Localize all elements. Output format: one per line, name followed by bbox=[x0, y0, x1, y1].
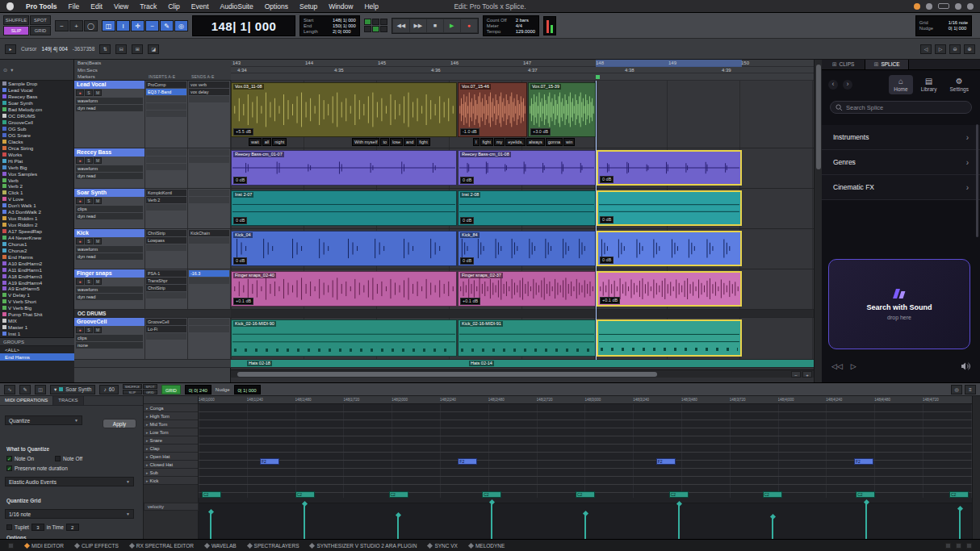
lyric-chip[interactable]: lose bbox=[390, 138, 403, 146]
automation-mode-selector[interactable]: none bbox=[76, 342, 143, 349]
lane-lead-vocal[interactable]: Vox.03_11-08 +5.5 dB Vox.07_15-46 -1.0 d… bbox=[231, 81, 814, 148]
expand-icon[interactable]: ▸ bbox=[146, 462, 149, 467]
lyric-chip[interactable]: I bbox=[473, 138, 480, 146]
minsec-ruler[interactable]: 4:344:354:364:374:384:39 bbox=[231, 67, 814, 74]
midi-track-selector[interactable]: ▾ Soar Synth bbox=[50, 385, 95, 394]
drum-lane-label[interactable]: ▸ Open Hat bbox=[144, 453, 198, 461]
hscroll-thumb[interactable] bbox=[237, 372, 657, 377]
link-track-icon[interactable]: ⊟ bbox=[115, 44, 127, 54]
track-header-hats[interactable] bbox=[74, 360, 231, 368]
lane-hats[interactable]: Hats 02-18 Hats 02-14 bbox=[231, 360, 814, 368]
track-header-soar-synth[interactable]: Soar Synth ● S M clips dyn read KompktKo… bbox=[74, 189, 231, 229]
groups-header[interactable]: GROUPS bbox=[0, 338, 74, 346]
insert-slot[interactable]: ChnlStrip bbox=[146, 285, 186, 291]
hzoom-out-icon[interactable]: − bbox=[791, 371, 801, 378]
midi-note[interactable]: C2 bbox=[295, 491, 315, 498]
siri-icon[interactable] bbox=[967, 3, 974, 10]
midi-note[interactable]: F2 bbox=[458, 458, 477, 465]
bars-ruler[interactable]: 143144145146147148149150 bbox=[231, 60, 814, 67]
marker-icon[interactable] bbox=[596, 75, 600, 79]
apple-menu-icon[interactable] bbox=[6, 2, 14, 10]
transport-button[interactable]: ■ bbox=[427, 19, 443, 32]
drum-lane-label[interactable]: ▸ Sub bbox=[144, 469, 198, 477]
midi-indicator-icon[interactable] bbox=[372, 26, 379, 32]
lyric-chip[interactable]: gonna bbox=[546, 138, 563, 146]
track-view-selector[interactable]: waveform bbox=[76, 246, 143, 253]
lyric-chip[interactable]: eyelids, bbox=[505, 138, 526, 146]
forward-icon[interactable]: › bbox=[843, 80, 852, 90]
mute-button[interactable]: M bbox=[94, 90, 102, 96]
midi-menu-icon[interactable]: ≡ bbox=[965, 385, 976, 394]
lyric-chip[interactable]: fight bbox=[480, 138, 493, 146]
session-value[interactable]: 2 bars bbox=[516, 18, 529, 23]
clip-gain-badge[interactable]: 0 dB bbox=[600, 176, 614, 183]
expand-icon[interactable]: ▸ bbox=[146, 430, 149, 435]
transport-button[interactable]: ▶ bbox=[444, 19, 460, 32]
edit-tool-icon[interactable]: ◎ bbox=[174, 20, 188, 31]
audio-clip[interactable]: Inst 2-07 0 dB bbox=[231, 190, 457, 226]
midi-note[interactable]: C2 bbox=[202, 491, 221, 498]
track-list-item[interactable]: Click 1 bbox=[0, 190, 73, 196]
track-list-item[interactable]: Orca String bbox=[0, 144, 73, 151]
ruler-row-label[interactable]: Bars|Beats bbox=[74, 60, 231, 67]
drum-lane-label[interactable]: ▸ Kick bbox=[144, 477, 198, 485]
midi-panel-tab[interactable]: MIDI OPERATIONS bbox=[0, 396, 53, 405]
expand-icon[interactable]: ▸ bbox=[146, 454, 149, 459]
insert-slot[interactable]: KompktKontl bbox=[146, 190, 186, 196]
track-header-groovecell[interactable]: GrooveCell ● S M clips none GrooveCell L… bbox=[74, 318, 231, 360]
midi-note[interactable]: F2 bbox=[854, 458, 873, 465]
send-slot[interactable] bbox=[189, 319, 229, 325]
mute-button[interactable]: M bbox=[94, 278, 102, 285]
zoom-out-icon[interactable]: − bbox=[55, 20, 69, 31]
track-list-item[interactable]: V Love bbox=[0, 196, 73, 202]
lyric-chip[interactable]: win bbox=[563, 138, 575, 146]
quantize-grid-selector[interactable]: 1/16 note▼ bbox=[5, 509, 134, 519]
control-center-icon[interactable] bbox=[955, 3, 961, 10]
play-icon[interactable]: ▷ bbox=[851, 362, 856, 370]
group-item[interactable]: <ALL> bbox=[0, 346, 74, 353]
velocity-stem[interactable] bbox=[584, 514, 586, 540]
send-slot[interactable] bbox=[189, 326, 229, 332]
audio-clip[interactable]: Vox.07_15-39 +3.0 dB bbox=[528, 82, 596, 137]
track-list-item[interactable]: Chorus1 bbox=[0, 240, 73, 247]
track-list-item[interactable]: MIX bbox=[0, 318, 73, 324]
velocity-stem[interactable] bbox=[397, 516, 399, 540]
expand-icon[interactable]: ▸ bbox=[146, 438, 149, 443]
midi-panel-tab[interactable]: TRACKS bbox=[53, 396, 83, 405]
mute-button[interactable]: M bbox=[94, 238, 102, 244]
window-tab[interactable]: RX SPECTRAL EDITOR bbox=[130, 543, 194, 549]
track-view-selector[interactable]: waveform bbox=[76, 286, 143, 293]
midi-indicator-icon[interactable] bbox=[380, 19, 387, 25]
statusbar-icon[interactable] bbox=[956, 543, 961, 549]
track-list-item[interactable]: Pump That Shit bbox=[0, 311, 73, 318]
midi-edit-mode-button[interactable]: SLIP bbox=[123, 390, 142, 394]
audio-clip-selected[interactable]: +0.1 dB bbox=[597, 271, 742, 307]
audio-clip[interactable]: Vox.07_15-46 -1.0 dB bbox=[458, 82, 527, 137]
track-header-reecey-bass[interactable]: Reecey Bass ● S M waveform dyn read bbox=[74, 148, 231, 189]
menu-item[interactable]: Setup bbox=[294, 2, 323, 10]
velocity-stem[interactable] bbox=[491, 503, 492, 540]
statusbar-icon[interactable] bbox=[945, 543, 951, 549]
session-value[interactable]: 129.0000 bbox=[516, 29, 535, 34]
midi-indicator-icon[interactable] bbox=[364, 26, 371, 32]
track-list-item[interactable]: V Verb Big bbox=[0, 305, 73, 311]
midi-clip[interactable]: Kick_02-16-MIDI-91 bbox=[458, 319, 596, 357]
timeline[interactable]: 143144145146147148149150 4:344:354:364:3… bbox=[231, 60, 814, 382]
track-list-item[interactable]: Verb Big bbox=[0, 164, 73, 170]
operation-selector[interactable]: Quantize▼ bbox=[5, 415, 82, 425]
tuplet-checkbox[interactable]: Tuplet 3 in Time 2 bbox=[6, 524, 79, 531]
checkbox-icon[interactable] bbox=[6, 524, 12, 530]
audio-clip[interactable]: Reecey Bass-cm_01-08 0 dB bbox=[458, 150, 596, 186]
mute-button[interactable]: M bbox=[94, 198, 102, 204]
track-list-item[interactable]: A17 SpeedRap bbox=[0, 228, 73, 235]
clip-gain-badge[interactable]: -1.0 dB bbox=[460, 128, 480, 136]
expand-icon[interactable]: ▸ bbox=[146, 478, 149, 483]
speaker-icon[interactable]: ∿ bbox=[4, 385, 15, 394]
grid-badge[interactable]: GRID bbox=[161, 385, 181, 394]
insert-slot[interactable] bbox=[146, 204, 186, 211]
lyric-chip[interactable]: fight bbox=[417, 138, 429, 146]
solo-button[interactable]: S bbox=[85, 327, 93, 333]
audio-clip-selected[interactable]: 0 dB bbox=[597, 150, 742, 186]
menu-item[interactable]: Track bbox=[134, 2, 162, 10]
search-input[interactable] bbox=[846, 104, 951, 111]
